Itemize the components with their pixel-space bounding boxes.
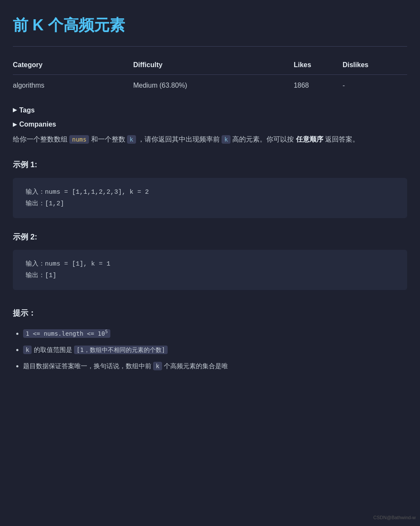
desc-text-after: ，请你返回其中出现频率前	[136, 136, 222, 143]
hint-3-text: 题目数据保证答案唯一，换句话说，数组中前	[23, 362, 153, 369]
example-1-input-line: 输入：nums = [1,1,1,2,2,3], k = 2	[26, 186, 394, 198]
example-2-input-label: 输入：	[26, 260, 45, 268]
example-1-input-value: nums = [1,1,1,2,2,3], k = 2	[45, 189, 149, 196]
companies-arrow-icon: ▶	[13, 121, 17, 129]
example-2-output-line: 输出：[1]	[26, 270, 394, 281]
tags-arrow-icon: ▶	[13, 106, 17, 114]
example-1-input-label: 输入：	[26, 189, 45, 196]
page-title: 前 K 个高频元素	[13, 13, 407, 38]
example-2-block: 输入：nums = [1], k = 1 输出：[1]	[13, 250, 407, 290]
hint-1-code: 1 <= nums.length <= 105	[23, 329, 110, 338]
desc-text-end: 高的元素。你可以按	[231, 136, 296, 143]
hint-item-1: 1 <= nums.length <= 105	[23, 328, 407, 339]
desc-text-final: 返回答案。	[323, 136, 359, 143]
col-header-likes: Likes	[294, 55, 343, 75]
problem-description: 给你一个整数数组 nums 和一个整数 k ，请你返回其中出现频率前 k 高的元…	[13, 133, 407, 146]
companies-label: Companies	[19, 119, 56, 130]
companies-toggle[interactable]: ▶ Companies	[13, 119, 407, 130]
col-header-category: Category	[13, 55, 133, 75]
desc-text-before: 给你一个整数数组	[13, 136, 69, 143]
example-1-output-value: [1,2]	[45, 200, 64, 207]
desc-k-code2: k	[222, 135, 230, 144]
hint-2-k-code: k	[23, 346, 32, 354]
hint-2-range-code: [1，数组中不相同的元素的个数]	[74, 346, 168, 354]
col-header-difficulty: Difficulty	[133, 55, 293, 75]
example-2-input-line: 输入：nums = [1], k = 1	[26, 258, 394, 270]
desc-bold: 任意顺序	[296, 136, 323, 143]
desc-k-code: k	[127, 135, 136, 144]
hint-2-text-mid: 的取值范围是	[34, 346, 74, 353]
example-1-output-line: 输出：[1,2]	[26, 198, 394, 210]
hint-3-k-code: k	[153, 362, 162, 370]
hint-item-3: 题目数据保证答案唯一，换句话说，数组中前 k 个高频元素的集合是唯	[23, 361, 407, 372]
meta-table: Category Difficulty Likes Dislikes algor…	[13, 55, 407, 96]
example-1-block: 输入：nums = [1,1,1,2,2,3], k = 2 输出：[1,2]	[13, 178, 407, 218]
example-2-title: 示例 2:	[13, 231, 407, 243]
tags-label: Tags	[19, 105, 35, 116]
meta-likes: 1868	[294, 75, 343, 96]
meta-difficulty: Medium (63.80%)	[133, 75, 293, 96]
meta-category: algorithms	[13, 75, 133, 96]
desc-nums-code: nums	[69, 135, 89, 144]
example-2-output-value: [1]	[45, 272, 56, 279]
hints-section: 提示： 1 <= nums.length <= 105 k 的取值范围是 [1，…	[13, 307, 407, 371]
example-1-output-label: 输出：	[26, 200, 45, 207]
title-divider	[13, 46, 407, 47]
hints-list: 1 <= nums.length <= 105 k 的取值范围是 [1，数组中不…	[13, 328, 407, 371]
example-2-output-label: 输出：	[26, 272, 45, 279]
watermark: CSDN@Bathwind-w	[373, 514, 416, 522]
desc-text-between: 和一个整数	[89, 136, 127, 143]
example-1-title: 示例 1:	[13, 159, 407, 171]
meta-dislikes: -	[343, 75, 407, 96]
hints-title: 提示：	[13, 307, 407, 319]
col-header-dislikes: Dislikes	[343, 55, 407, 75]
hint-3-text-end: 个高频元素的集合是唯	[162, 362, 228, 369]
hint-item-2: k 的取值范围是 [1，数组中不相同的元素的个数]	[23, 344, 407, 355]
tags-toggle[interactable]: ▶ Tags	[13, 105, 407, 116]
example-2-input-value: nums = [1], k = 1	[45, 260, 110, 268]
